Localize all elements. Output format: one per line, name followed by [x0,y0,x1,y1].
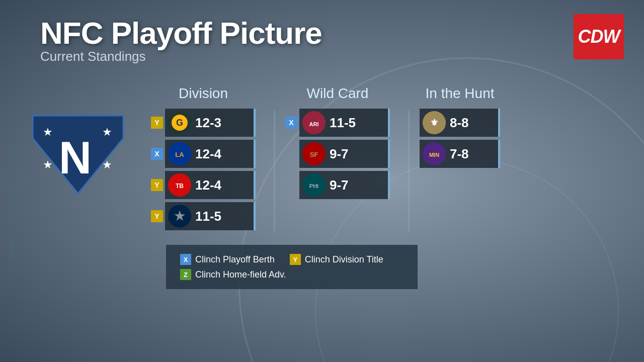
team-card-phi: PHI 9-7 [299,171,390,199]
legend-item-y: Y Clinch Division Title [290,254,383,265]
svg-text:★: ★ [174,209,185,223]
legend-badge-y: Y [290,254,301,265]
svg-text:★: ★ [43,126,53,138]
clinch-badge-gb: Y [151,117,163,129]
table-row: Y TB 12-4 [151,171,256,199]
clinch-badge-tb: Y [151,179,163,191]
subtitle: Current Standings [40,49,322,64]
section-separator-2 [408,111,410,231]
main-title: NFC Playoff Picture [40,15,322,51]
team-logo-min: MIN [423,142,446,165]
svg-text:LA: LA [175,151,184,158]
team-card-la: LA 12-4 [165,140,256,168]
record-gb: 12-3 [195,115,221,131]
team-logo-sf: SF [302,142,326,165]
team-card-gb: G 12-3 [165,109,256,137]
legend-item-z: Z Clinch Home-field Adv. [180,269,286,280]
svg-text:MIN: MIN [429,152,439,158]
record-tb: 12-4 [195,177,221,193]
division-header: Division [179,85,228,102]
team-logo-ari: ARI [302,111,326,134]
nfc-logo: ★ ★ ★ ★ N [28,108,128,196]
table-row: X LA 12-4 [151,140,256,168]
record-la: 12-4 [195,146,221,162]
section-separator-1 [274,111,275,231]
table-row: MIN 7-8 [420,140,500,168]
record-phi: 9-7 [330,177,349,193]
team-logo-gb: G [168,111,191,134]
team-card-min: MIN 7-8 [420,140,500,168]
legend-badge-x: X [180,254,191,265]
svg-text:⚜: ⚜ [430,118,438,128]
team-logo-no: ⚜ [423,111,446,134]
team-logo-dal: ★ [168,205,191,228]
team-card-tb: TB 12-4 [165,171,256,199]
legend-row-1: X Clinch Playoff Berth Y Clinch Division… [180,254,404,265]
table-row: X ARI 11-5 [285,109,390,137]
svg-text:ARI: ARI [309,121,319,127]
table-row: Y ★ 11-5 [151,202,256,230]
record-sf: 9-7 [330,146,349,162]
hunt-section: In the Hunt ⚜ 8-8 MIN [420,85,500,171]
clinch-badge-dal: Y [151,210,163,222]
svg-text:★: ★ [43,158,53,171]
record-ari: 11-5 [330,115,356,131]
legend-text-y: Clinch Division Title [305,254,383,265]
cdw-text: CDW [578,26,620,47]
clinch-badge-la: X [151,148,163,160]
table-row: Y G 12-3 [151,109,256,137]
svg-text:TB: TB [176,183,184,190]
wildcard-header: Wild Card [307,85,369,102]
svg-text:★: ★ [102,158,112,171]
record-min: 7-8 [450,146,469,162]
svg-text:★: ★ [102,126,112,138]
team-card-sf: SF 9-7 [299,140,390,168]
clinch-badge-ari: X [285,117,297,129]
wildcard-section: Wild Card X ARI 11-5 [285,85,390,202]
svg-text:N: N [59,133,92,183]
vent-marks-decoration [9,141,15,257]
cdw-sponsor-logo: CDW [574,14,624,59]
table-row: PHI 9-7 [285,171,390,199]
nfc-shield-svg: ★ ★ ★ ★ N [28,108,128,196]
record-no: 8-8 [450,115,469,131]
team-logo-la: LA [168,142,191,165]
legend-row-2: Z Clinch Home-field Adv. [180,269,404,280]
legend-badge-z: Z [180,269,191,280]
svg-text:G: G [176,118,183,128]
legend-text-z: Clinch Home-field Adv. [195,269,286,280]
title-block: NFC Playoff Picture Current Standings [40,15,322,64]
table-row: SF 9-7 [285,140,390,168]
legend-text-x: Clinch Playoff Berth [195,254,275,265]
svg-text:PHI: PHI [309,183,318,189]
legend-item-x: X Clinch Playoff Berth [180,254,275,265]
team-logo-phi: PHI [302,173,326,197]
hunt-header: In the Hunt [426,85,495,102]
legend-box: X Clinch Playoff Berth Y Clinch Division… [166,245,418,289]
record-dal: 11-5 [195,209,221,224]
team-logo-tb: TB [168,173,191,197]
team-card-ari: ARI 11-5 [299,109,390,137]
table-row: ⚜ 8-8 [420,109,500,137]
division-section: Division Y G 12-3 X [151,85,256,233]
team-card-no: ⚜ 8-8 [420,109,500,137]
team-card-dal: ★ 11-5 [165,202,256,230]
svg-text:SF: SF [310,151,318,158]
